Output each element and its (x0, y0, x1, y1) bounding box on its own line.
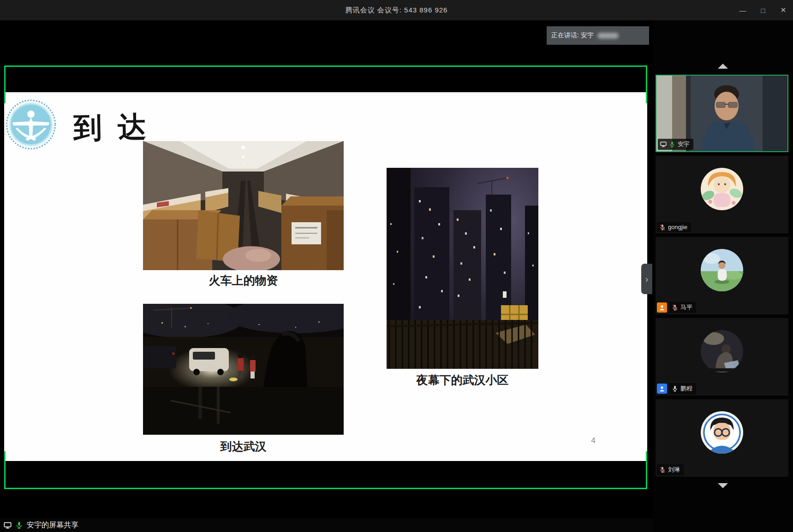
participant-name: 安宇 (678, 140, 690, 148)
share-frame-corner-bl (4, 451, 6, 489)
participant-name: 刘琳 (668, 466, 680, 474)
screen-share-icon (660, 141, 667, 148)
avatar (701, 249, 743, 291)
screen-share-icon (4, 521, 12, 529)
caption-train-supplies: 火车上的物资 (143, 273, 344, 288)
window-controls: — □ ✕ (739, 0, 787, 20)
speaking-indicator-banner: 正在讲话: 安宇 (547, 26, 649, 45)
participant-name: 鹏程 (680, 384, 692, 393)
participant-tile-anyu[interactable]: 安宇 (656, 75, 788, 152)
participant-name: gongjie (668, 224, 687, 231)
scroll-down-arrow-icon[interactable] (718, 483, 728, 488)
maximize-button[interactable]: □ (759, 6, 767, 14)
mic-muted-icon (659, 224, 666, 231)
window-title: 腾讯会议 会议号: 543 896 926 (346, 6, 448, 15)
chevron-right-icon: › (645, 274, 649, 284)
close-button[interactable]: ✕ (779, 6, 787, 14)
share-frame-bottom-line (4, 488, 647, 489)
speaking-indicator-label: 正在讲话: 安宇 (551, 31, 594, 40)
share-frame-top-line (4, 65, 647, 67)
avatar (701, 411, 743, 454)
caption-arrival: 到达武汉 (143, 439, 344, 454)
participants-sidebar: 安宇 (653, 20, 793, 532)
participant-tile-gongjie[interactable]: gongjie (656, 156, 788, 233)
health-commission-logo (5, 99, 57, 150)
window-titlebar: 腾讯会议 会议号: 543 896 926 — □ ✕ (0, 0, 793, 20)
host-badge-icon (657, 302, 667, 313)
participant-name: 马平 (680, 303, 692, 312)
mic-active-icon (669, 141, 675, 148)
participant-tile-maping[interactable]: 马平 (656, 237, 788, 314)
shared-screen-slide: 到达 (4, 92, 647, 461)
share-frame-corner-br (646, 451, 647, 489)
slide-photo-night-district (387, 168, 538, 369)
share-frame-corner-tl (4, 65, 6, 103)
blurred-speaker-names (597, 33, 619, 39)
slide-photo-arrival-night (143, 304, 344, 435)
mic-active-icon (15, 521, 23, 529)
screen-share-status-bar: 安宇的屏幕共享 (0, 518, 653, 532)
minimize-button[interactable]: — (739, 6, 747, 14)
avatar (701, 168, 743, 210)
caption-night-district: 夜幕下的武汉小区 (387, 372, 538, 388)
sidebar-collapse-handle[interactable]: › (641, 264, 652, 294)
slide-page-number: 4 (586, 436, 600, 445)
slide-photo-train-supplies (143, 141, 344, 270)
scroll-up-arrow-icon[interactable] (718, 64, 728, 69)
avatar (701, 330, 743, 372)
tencent-meeting-window: 腾讯会议 会议号: 543 896 926 — □ ✕ 正在讲话: 安宇 (0, 0, 793, 532)
cohost-badge-icon (657, 384, 667, 394)
mic-muted-icon (659, 467, 666, 473)
screen-share-status-label: 安宇的屏幕共享 (27, 520, 78, 530)
mic-muted-icon (672, 304, 678, 311)
participant-tile-liulin[interactable]: 刘琳 (656, 399, 788, 477)
participant-tile-pengcheng[interactable]: 鹏程 (656, 318, 788, 396)
mic-on-icon (672, 385, 678, 392)
share-frame-corner-tr (646, 65, 647, 103)
